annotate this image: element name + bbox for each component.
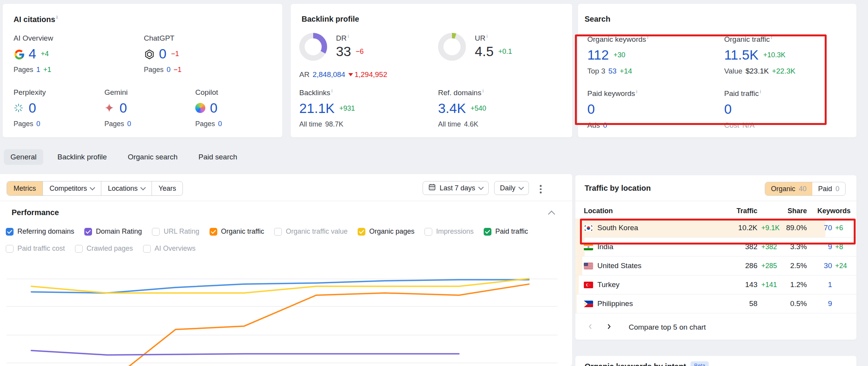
backlinks-delta: +931 — [339, 104, 355, 113]
keywords-value[interactable]: 30 — [807, 262, 832, 270]
pages-value[interactable]: 1 — [36, 66, 40, 74]
traffic-by-location-card: Traffic by location Organic40 Paid0 Loca… — [575, 175, 856, 340]
flag-philippines-icon — [584, 301, 593, 307]
metrics-button[interactable]: Metrics — [7, 181, 43, 195]
checkbox-organic-traffic[interactable]: Organic traffic — [210, 227, 264, 236]
prev-page-button[interactable] — [587, 323, 594, 332]
col-location: Location — [584, 207, 715, 215]
value-label: Value — [724, 67, 742, 75]
pages-value[interactable]: 0 — [127, 120, 131, 128]
compare-top5-link[interactable]: Compare top 5 on chart — [629, 323, 706, 332]
paid-keywords-label: Paid keywords — [587, 89, 635, 97]
location-row-india[interactable]: India 382 +382 3.3% 9 +8 — [575, 238, 856, 256]
gemini-value[interactable]: 0 — [119, 101, 127, 115]
organic-keywords-block: Organic keywordsi 112+30 Top 353+14 — [587, 35, 715, 75]
pages-value[interactable]: 0 — [218, 120, 222, 128]
keywords-value[interactable]: 9 — [807, 243, 832, 251]
checkbox-domain-rating[interactable]: Domain Rating — [84, 227, 142, 236]
col-traffic: Traffic — [715, 207, 757, 215]
traffic-value: 286 — [715, 262, 757, 270]
info-icon[interactable]: i — [486, 34, 488, 39]
info-icon[interactable]: i — [760, 89, 761, 94]
location-row-south-korea[interactable]: South Korea 10.2K +9.1K 89.0% 70 +6 — [575, 219, 856, 237]
organic-toggle-button[interactable]: Organic40 — [765, 182, 812, 195]
location-row-turkey[interactable]: Turkey 143 +141 1.2% 1 — [575, 275, 856, 294]
info-icon[interactable]: i — [636, 89, 638, 94]
location-name[interactable]: South Korea — [597, 224, 638, 232]
info-icon[interactable]: i — [483, 88, 484, 94]
checkbox-paid-traffic[interactable]: Paid traffic — [484, 227, 528, 236]
granularity-dropdown[interactable]: Daily — [494, 181, 529, 195]
keywords-by-intent-card: Organic keywords by intentBeta — [575, 356, 856, 366]
checkbox-organic-pages[interactable]: Organic pages — [358, 227, 414, 236]
copilot-block: Copilot 0 Pages0 — [195, 88, 280, 128]
organic-keywords-value[interactable]: 112 — [587, 48, 609, 62]
paid-keywords-value[interactable]: 0 — [587, 102, 595, 116]
ads-value[interactable]: 0 — [603, 121, 607, 130]
chatgpt-value[interactable]: 0 — [159, 46, 166, 61]
checkbox-organic-traffic-value[interactable]: Organic traffic value — [274, 227, 348, 236]
next-page-button[interactable] — [605, 323, 612, 332]
location-row-united-states[interactable]: United States 286 +285 2.5% 30 +24 — [575, 257, 856, 275]
info-icon[interactable]: i — [348, 34, 349, 39]
copilot-value[interactable]: 0 — [210, 101, 217, 115]
date-range-dropdown[interactable]: Last 7 days — [423, 181, 489, 195]
backlinks-value[interactable]: 21.1K — [299, 101, 334, 116]
location-name[interactable]: Turkey — [597, 280, 619, 289]
locations-dropdown[interactable]: Locations — [101, 181, 152, 195]
more-options-button[interactable] — [537, 183, 544, 196]
tab-general[interactable]: General — [4, 149, 43, 165]
ar-value[interactable]: 2,848,084 — [312, 70, 345, 79]
metric-checkbox-row-1: Referring domains Domain Rating URL Rati… — [6, 227, 528, 236]
checkbox-box — [484, 228, 491, 236]
pages-value[interactable]: 0 — [167, 66, 171, 74]
location-row-philippines[interactable]: Philippines 58 0.5% 9 — [575, 294, 856, 313]
col-share: Share — [784, 207, 807, 215]
checkbox-box — [274, 228, 282, 236]
traffic-delta: +382 — [757, 243, 784, 251]
checkbox-url-rating[interactable]: URL Rating — [152, 227, 199, 236]
checkbox-ai-overviews[interactable]: AI Overviews — [143, 245, 196, 253]
info-icon[interactable]: i — [771, 35, 772, 40]
ref-domains-value[interactable]: 3.4K — [438, 101, 466, 116]
location-name[interactable]: India — [597, 243, 613, 251]
checkbox-crawled-pages[interactable]: Crawled pages — [75, 245, 133, 253]
checkbox-impressions[interactable]: Impressions — [425, 227, 474, 236]
alltime-label: All time — [438, 120, 461, 128]
calendar-icon — [428, 183, 436, 193]
tab-paid-search[interactable]: Paid search — [192, 149, 244, 165]
competitors-dropdown[interactable]: Competitors — [43, 181, 101, 195]
organic-traffic-value[interactable]: 11.5K — [724, 48, 759, 62]
metric-checkbox-row-2: Paid traffic cost Crawled pages AI Overv… — [6, 245, 196, 253]
location-name[interactable]: United States — [597, 262, 641, 270]
paid-traffic-value[interactable]: 0 — [724, 102, 732, 116]
location-name[interactable]: Philippines — [597, 299, 633, 308]
tab-backlink-profile[interactable]: Backlink profile — [51, 149, 114, 165]
value-amount: $23.1K — [745, 67, 769, 75]
years-button[interactable]: Years — [152, 181, 182, 195]
info-icon[interactable]: i — [647, 35, 648, 40]
perplexity-value[interactable]: 0 — [29, 101, 36, 115]
paid-toggle-button[interactable]: Paid0 — [812, 182, 845, 195]
checkbox-referring-domains[interactable]: Referring domains — [6, 227, 74, 236]
traffic-delta: +141 — [757, 281, 784, 289]
info-icon[interactable]: i — [56, 15, 58, 20]
keywords-value[interactable]: 1 — [807, 280, 832, 289]
pages-label: Pages — [104, 120, 124, 128]
collapse-section-icon[interactable] — [548, 210, 555, 217]
report-tabs: General Backlink profile Organic search … — [4, 149, 244, 165]
top3-value[interactable]: 53 — [608, 67, 616, 75]
toolbar-divider — [0, 201, 572, 201]
perplexity-label: Perplexity — [14, 88, 99, 97]
copilot-icon — [195, 103, 205, 113]
ai-overview-label: AI Overview — [14, 34, 99, 43]
url-rating-gauge-block: URi 4.5+0.1 — [438, 33, 566, 68]
checkbox-paid-traffic-cost[interactable]: Paid traffic cost — [6, 245, 65, 253]
ai-overview-value[interactable]: 4 — [29, 46, 36, 61]
keywords-value[interactable]: 9 — [807, 299, 832, 308]
info-icon[interactable]: i — [331, 88, 333, 94]
keywords-value[interactable]: 70 — [807, 224, 832, 232]
tab-organic-search[interactable]: Organic search — [121, 149, 184, 165]
pages-value[interactable]: 0 — [36, 120, 40, 128]
top3-delta: +14 — [620, 67, 632, 75]
